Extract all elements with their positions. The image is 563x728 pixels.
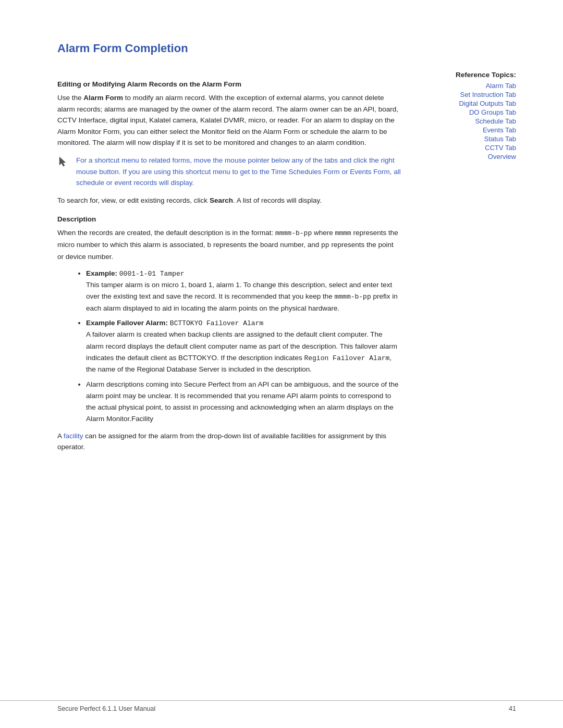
- sidebar-link-do-groups-tab[interactable]: DO Groups Tab: [469, 108, 516, 116]
- sidebar-link-item-schedule: Schedule Tab: [412, 117, 516, 125]
- sidebar-link-item-alarm-tab: Alarm Tab: [412, 82, 516, 90]
- section-editing: Editing or Modifying Alarm Records on th…: [57, 80, 401, 206]
- note-block: For a shortcut menu to related forms, mo…: [57, 155, 401, 189]
- sidebar-link-set-instruction-tab[interactable]: Set Instruction Tab: [460, 91, 516, 98]
- facility-link[interactable]: facility: [64, 432, 83, 440]
- sidebar-link-item-events: Events Tab: [412, 126, 516, 134]
- pp-code: pp: [321, 241, 329, 249]
- sidebar-link-schedule-tab[interactable]: Schedule Tab: [475, 117, 516, 125]
- sidebar-link-digital-outputs-tab[interactable]: Digital Outputs Tab: [459, 100, 516, 107]
- search-instruction: To search for, view, or edit existing re…: [57, 195, 401, 206]
- main-content: Editing or Modifying Alarm Records on th…: [57, 71, 401, 458]
- page-title: Alarm Form Completion: [57, 42, 516, 55]
- page-footer: Secure Perfect 6.1.1 User Manual 41: [0, 700, 563, 712]
- content-area: Editing or Modifying Alarm Records on th…: [57, 71, 516, 458]
- sidebar-links-list: Alarm Tab Set Instruction Tab Digital Ou…: [412, 82, 516, 161]
- note-icon: [57, 156, 72, 168]
- bullet-example-1: Example: 0001-1-01 Tamper This tamper al…: [86, 268, 401, 314]
- sidebar-link-item-set-instruction: Set Instruction Tab: [412, 91, 516, 98]
- svg-marker-0: [59, 157, 66, 166]
- sidebar-link-item-overview: Overview: [412, 153, 516, 161]
- sidebar-title: Reference Topics:: [412, 71, 516, 79]
- body-para-1: Use the Alarm Form to modify an alarm re…: [57, 92, 401, 149]
- facility-text: A facility can be assigned for the alarm…: [57, 430, 401, 453]
- region-failover-code: Region Failover Alarm: [304, 354, 389, 362]
- footer-right: 41: [509, 705, 516, 712]
- sidebar-link-item-digital-outputs: Digital Outputs Tab: [412, 100, 516, 107]
- sidebar-link-alarm-tab[interactable]: Alarm Tab: [486, 82, 516, 90]
- bullets-list: Example: 0001-1-01 Tamper This tamper al…: [76, 268, 401, 425]
- sidebar-link-status-tab[interactable]: Status Tab: [484, 135, 516, 143]
- note-text: For a shortcut menu to related forms, mo…: [76, 155, 401, 189]
- section-heading-description: Description: [57, 215, 401, 223]
- bullet-example-2: Example Failover Alarm: BCTTOKYO Failove…: [86, 317, 401, 376]
- section-heading-editing: Editing or Modifying Alarm Records on th…: [57, 80, 401, 88]
- mmmm-code: mmmm: [335, 229, 351, 237]
- footer-left: Secure Perfect 6.1.1 User Manual: [57, 705, 155, 712]
- sidebar-link-events-tab[interactable]: Events Tab: [483, 126, 516, 134]
- section-description: Description When the records are created…: [57, 215, 401, 453]
- bullet-api-alarms: Alarm descriptions coming into Secure Pe…: [86, 379, 401, 425]
- prefix-code: mmmm-b-pp: [335, 293, 371, 301]
- b-code: b: [207, 241, 211, 249]
- page-container: Alarm Form Completion Editing or Modifyi…: [0, 0, 563, 728]
- example-code-1: 0001-1-01 Tamper: [119, 270, 185, 278]
- sidebar-link-cctv-tab[interactable]: CCTV Tab: [485, 144, 516, 152]
- format-code: mmmm-b-pp: [275, 229, 312, 237]
- failover-code: BCTTOKYO Failover Alarm: [170, 319, 263, 327]
- description-intro: When the records are created, the defaul…: [57, 227, 401, 262]
- sidebar-link-item-do-groups: DO Groups Tab: [412, 108, 516, 116]
- sidebar-link-item-cctv: CCTV Tab: [412, 144, 516, 152]
- sidebar-link-item-status: Status Tab: [412, 135, 516, 143]
- sidebar: Reference Topics: Alarm Tab Set Instruct…: [412, 71, 516, 458]
- sidebar-link-overview[interactable]: Overview: [488, 153, 516, 161]
